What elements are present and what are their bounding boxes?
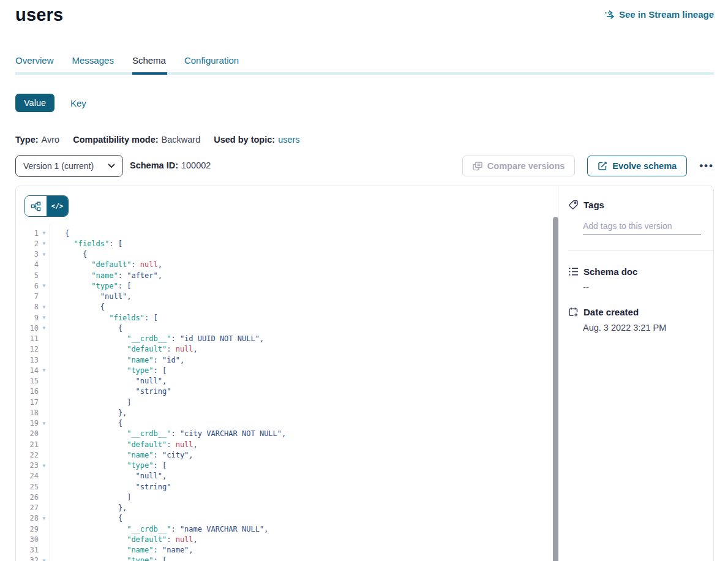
more-actions-menu[interactable]: •••	[699, 156, 714, 176]
tab-configuration[interactable]: Configuration	[184, 55, 239, 74]
code-line: 1▼{	[16, 228, 558, 238]
fold-arrow-icon[interactable]: ▼	[39, 302, 50, 312]
tree-view-icon	[31, 201, 41, 211]
code-line-text: },	[50, 409, 127, 417]
version-select-value: Version 1 (current)	[23, 161, 108, 171]
code-line: 9▼ "fields": [	[16, 312, 558, 323]
schema-part-toggle: Value Key	[15, 94, 86, 112]
fold-arrow-icon[interactable]: ▼	[39, 555, 50, 561]
edit-pencil-icon	[598, 161, 607, 171]
code-content[interactable]: 1▼{2▼ "fields": [3▼ {4 "default": null,5…	[16, 228, 558, 561]
compatibility-mode-value: Backward	[162, 135, 201, 145]
code-line: 17 ]	[16, 397, 558, 407]
fold-arrow-icon[interactable]: ▼	[39, 418, 50, 429]
schema-id-label: Schema ID:	[130, 160, 178, 170]
stream-lineage-link[interactable]: See in Stream lineage	[604, 9, 714, 20]
line-number: 27	[16, 503, 39, 512]
code-line: 8▼ {	[16, 302, 558, 312]
fold-arrow-icon[interactable]: ▼	[39, 461, 50, 471]
value-toggle-button[interactable]: Value	[15, 94, 54, 112]
code-line: 13 "name": "id",	[16, 355, 558, 365]
code-line-text: ]	[50, 398, 131, 407]
line-number: 22	[16, 451, 39, 459]
compatibility-mode: Compatibility mode:Backward	[73, 135, 200, 145]
code-line-text: "null",	[50, 377, 167, 385]
topic-link[interactable]: users	[278, 135, 299, 145]
tab-overview[interactable]: Overview	[15, 55, 54, 74]
fold-arrow-icon[interactable]: ▼	[39, 323, 50, 333]
compare-versions-label: Compare versions	[487, 161, 565, 171]
code-line-text: "default": null,	[50, 345, 198, 353]
line-number: 8	[16, 303, 39, 311]
line-number: 10	[16, 324, 39, 333]
code-line-text: {	[50, 514, 122, 522]
stream-lineage-icon	[604, 10, 615, 20]
schema-doc-value: --	[583, 282, 701, 292]
tags-input[interactable]	[583, 220, 701, 235]
fold-arrow-icon[interactable]: ▼	[39, 238, 50, 249]
code-line: 23▼ "type": [	[16, 461, 558, 471]
editor-scrollbar[interactable]	[553, 217, 558, 561]
line-number: 21	[16, 440, 39, 449]
code-line-text: {	[50, 324, 122, 333]
code-line-text: "null",	[50, 472, 167, 480]
line-number: 17	[16, 398, 39, 407]
fold-arrow-icon[interactable]: ▼	[39, 228, 50, 238]
line-number: 7	[16, 292, 39, 301]
tab-underline-track	[15, 72, 714, 75]
code-line: 22 "name": "city",	[16, 450, 558, 460]
tab-schema[interactable]: Schema	[132, 55, 166, 74]
line-number: 28	[16, 514, 39, 522]
schema-editor[interactable]: </> 1▼{2▼ "fields": [3▼ {4 "default": nu…	[16, 186, 558, 561]
tree-view-button[interactable]	[25, 196, 47, 216]
line-number: 30	[16, 535, 39, 544]
fold-arrow-icon[interactable]: ▼	[39, 513, 50, 524]
schema-doc-title: Schema doc	[584, 266, 637, 277]
line-number: 23	[16, 461, 39, 470]
used-by-topic: Used by topic:users	[214, 135, 299, 145]
code-line: 30 "default": null,	[16, 534, 558, 544]
line-number: 18	[16, 409, 39, 417]
tab-messages[interactable]: Messages	[72, 55, 114, 74]
code-line: 18 },	[16, 407, 558, 418]
line-number: 12	[16, 345, 39, 353]
code-line: 19▼ {	[16, 418, 558, 429]
line-number: 14	[16, 366, 39, 375]
code-line-text: "fields": [	[50, 239, 122, 248]
code-line-text: "string"	[50, 483, 171, 491]
code-line-text: "name": "id",	[50, 356, 184, 364]
code-line-text: "name": "city",	[50, 451, 193, 459]
key-toggle-button[interactable]: Key	[70, 98, 86, 108]
code-line-text: "default": null,	[50, 260, 162, 269]
code-line-text: "type": [	[50, 366, 167, 375]
date-created-title: Date created	[584, 307, 639, 317]
line-number: 11	[16, 334, 39, 343]
code-line: 31 "name": "name",	[16, 545, 558, 555]
tab-bar: OverviewMessagesSchemaConfiguration	[15, 55, 239, 74]
code-line: 7 "null",	[16, 292, 558, 302]
evolve-schema-button[interactable]: Evolve schema	[587, 156, 687, 176]
code-line: 5 "name": "after",	[16, 270, 558, 280]
code-line-text: "type": [	[50, 556, 167, 561]
version-bar: Version 1 (current) Schema ID:100002 Com…	[15, 155, 714, 177]
line-number: 4	[16, 260, 39, 269]
fold-arrow-icon[interactable]: ▼	[39, 280, 50, 291]
code-line-text: "__crdb__": "name VARCHAR NULL",	[50, 525, 268, 533]
code-line: 28▼ {	[16, 513, 558, 524]
compare-versions-button[interactable]: Compare versions	[462, 156, 576, 176]
version-select[interactable]: Version 1 (current)	[15, 155, 123, 177]
code-view-button[interactable]: </>	[47, 196, 68, 216]
fold-arrow-icon[interactable]: ▼	[39, 312, 50, 323]
tags-title: Tags	[584, 200, 604, 210]
page-title: users	[15, 5, 63, 25]
code-line-text: "__crdb__": "id UUID NOT NULL",	[50, 334, 264, 343]
line-number: 25	[16, 483, 39, 491]
code-line: 16 "string"	[16, 386, 558, 397]
fold-arrow-icon[interactable]: ▼	[39, 365, 50, 375]
code-line-text: {	[50, 303, 105, 311]
code-line: 29 "__crdb__": "name VARCHAR NULL",	[16, 524, 558, 534]
code-line-text: "name": "name",	[50, 546, 193, 554]
code-line: 2▼ "fields": [	[16, 238, 558, 249]
tag-icon	[568, 200, 579, 210]
fold-arrow-icon[interactable]: ▼	[39, 249, 50, 260]
